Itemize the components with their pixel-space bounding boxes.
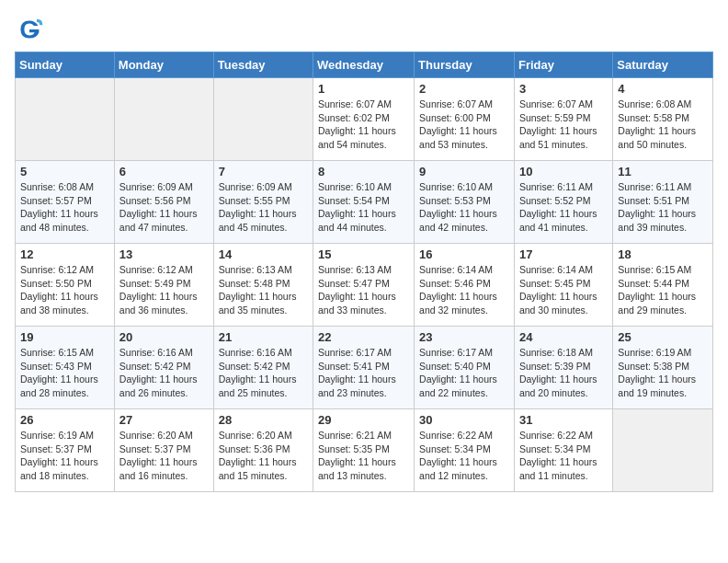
calendar-cell: 7Sunrise: 6:09 AM Sunset: 5:55 PM Daylig… [213, 161, 313, 244]
calendar-cell: 24Sunrise: 6:18 AM Sunset: 5:39 PM Dayli… [514, 327, 612, 409]
weekday-header: Monday [114, 52, 213, 78]
calendar-cell: 20Sunrise: 6:16 AM Sunset: 5:42 PM Dayli… [114, 327, 213, 409]
calendar-cell: 18Sunrise: 6:15 AM Sunset: 5:44 PM Dayli… [613, 244, 713, 327]
day-number: 14 [219, 247, 308, 261]
day-number: 18 [618, 247, 708, 261]
weekday-header: Sunday [16, 52, 115, 78]
calendar-cell [213, 78, 313, 161]
day-number: 4 [618, 82, 708, 96]
calendar-week-row: 26Sunrise: 6:19 AM Sunset: 5:37 PM Dayli… [16, 409, 713, 492]
day-info: Sunrise: 6:09 AM Sunset: 5:56 PM Dayligh… [119, 180, 209, 235]
day-number: 26 [20, 413, 109, 427]
day-info: Sunrise: 6:07 AM Sunset: 5:59 PM Dayligh… [519, 98, 608, 152]
calendar-header-row: SundayMondayTuesdayWednesdayThursdayFrid… [16, 52, 713, 78]
calendar-cell: 3Sunrise: 6:07 AM Sunset: 5:59 PM Daylig… [514, 78, 612, 161]
day-info: Sunrise: 6:08 AM Sunset: 5:57 PM Dayligh… [20, 180, 109, 235]
calendar-cell: 16Sunrise: 6:14 AM Sunset: 5:46 PM Dayli… [415, 244, 515, 327]
day-info: Sunrise: 6:10 AM Sunset: 5:54 PM Dayligh… [318, 180, 409, 235]
calendar-cell: 17Sunrise: 6:14 AM Sunset: 5:45 PM Dayli… [514, 244, 612, 327]
day-info: Sunrise: 6:13 AM Sunset: 5:47 PM Dayligh… [318, 263, 409, 317]
day-number: 27 [119, 413, 209, 427]
day-info: Sunrise: 6:07 AM Sunset: 6:02 PM Dayligh… [318, 98, 409, 152]
day-info: Sunrise: 6:10 AM Sunset: 5:53 PM Dayligh… [419, 180, 509, 235]
calendar-cell: 29Sunrise: 6:21 AM Sunset: 5:35 PM Dayli… [313, 409, 415, 492]
calendar-cell: 27Sunrise: 6:20 AM Sunset: 5:37 PM Dayli… [114, 409, 213, 492]
day-number: 17 [519, 247, 608, 261]
calendar-cell: 21Sunrise: 6:16 AM Sunset: 5:42 PM Dayli… [213, 327, 313, 409]
day-info: Sunrise: 6:22 AM Sunset: 5:34 PM Dayligh… [519, 429, 608, 483]
weekday-header: Tuesday [213, 52, 313, 78]
calendar-cell: 15Sunrise: 6:13 AM Sunset: 5:47 PM Dayli… [313, 244, 415, 327]
day-number: 7 [219, 165, 308, 178]
calendar-cell: 6Sunrise: 6:09 AM Sunset: 5:56 PM Daylig… [114, 161, 213, 244]
calendar-cell: 31Sunrise: 6:22 AM Sunset: 5:34 PM Dayli… [514, 409, 612, 492]
day-info: Sunrise: 6:17 AM Sunset: 5:40 PM Dayligh… [419, 346, 509, 400]
day-info: Sunrise: 6:08 AM Sunset: 5:58 PM Dayligh… [618, 98, 708, 152]
calendar-cell: 22Sunrise: 6:17 AM Sunset: 5:41 PM Dayli… [313, 327, 415, 409]
calendar-cell: 11Sunrise: 6:11 AM Sunset: 5:51 PM Dayli… [613, 161, 713, 244]
day-number: 31 [519, 413, 608, 427]
day-info: Sunrise: 6:19 AM Sunset: 5:37 PM Dayligh… [20, 429, 109, 483]
day-info: Sunrise: 6:07 AM Sunset: 6:00 PM Dayligh… [419, 98, 509, 152]
calendar-cell: 14Sunrise: 6:13 AM Sunset: 5:48 PM Dayli… [213, 244, 313, 327]
calendar-week-row: 12Sunrise: 6:12 AM Sunset: 5:50 PM Dayli… [16, 244, 713, 327]
day-number: 29 [318, 413, 409, 427]
day-info: Sunrise: 6:14 AM Sunset: 5:46 PM Dayligh… [419, 263, 509, 317]
page-header [15, 15, 713, 44]
day-number: 20 [119, 330, 209, 344]
day-info: Sunrise: 6:12 AM Sunset: 5:49 PM Dayligh… [119, 263, 209, 317]
calendar-cell: 4Sunrise: 6:08 AM Sunset: 5:58 PM Daylig… [613, 78, 713, 161]
day-info: Sunrise: 6:21 AM Sunset: 5:35 PM Dayligh… [318, 429, 409, 483]
day-info: Sunrise: 6:20 AM Sunset: 5:36 PM Dayligh… [219, 429, 308, 483]
day-info: Sunrise: 6:15 AM Sunset: 5:44 PM Dayligh… [618, 263, 708, 317]
logo [15, 15, 48, 44]
day-number: 23 [419, 330, 509, 344]
day-info: Sunrise: 6:12 AM Sunset: 5:50 PM Dayligh… [20, 263, 109, 317]
day-number: 5 [20, 165, 109, 178]
day-info: Sunrise: 6:20 AM Sunset: 5:37 PM Dayligh… [119, 429, 209, 483]
calendar-week-row: 19Sunrise: 6:15 AM Sunset: 5:43 PM Dayli… [16, 327, 713, 409]
day-number: 2 [419, 82, 509, 96]
day-info: Sunrise: 6:22 AM Sunset: 5:34 PM Dayligh… [419, 429, 509, 483]
day-number: 1 [318, 82, 409, 96]
day-number: 24 [519, 330, 608, 344]
day-number: 13 [119, 247, 209, 261]
calendar-week-row: 5Sunrise: 6:08 AM Sunset: 5:57 PM Daylig… [16, 161, 713, 244]
day-info: Sunrise: 6:11 AM Sunset: 5:51 PM Dayligh… [618, 180, 708, 235]
day-number: 25 [618, 330, 708, 344]
calendar-cell [613, 409, 713, 492]
day-number: 19 [20, 330, 109, 344]
day-number: 30 [419, 413, 509, 427]
calendar-cell: 30Sunrise: 6:22 AM Sunset: 5:34 PM Dayli… [415, 409, 515, 492]
day-number: 15 [318, 247, 409, 261]
day-info: Sunrise: 6:13 AM Sunset: 5:48 PM Dayligh… [219, 263, 308, 317]
day-number: 11 [618, 165, 708, 178]
day-info: Sunrise: 6:16 AM Sunset: 5:42 PM Dayligh… [219, 346, 308, 400]
day-number: 21 [219, 330, 308, 344]
calendar-cell [114, 78, 213, 161]
calendar-cell: 1Sunrise: 6:07 AM Sunset: 6:02 PM Daylig… [313, 78, 415, 161]
logo-icon [15, 15, 44, 44]
calendar-week-row: 1Sunrise: 6:07 AM Sunset: 6:02 PM Daylig… [16, 78, 713, 161]
day-number: 6 [119, 165, 209, 178]
calendar-cell: 28Sunrise: 6:20 AM Sunset: 5:36 PM Dayli… [213, 409, 313, 492]
calendar-cell: 25Sunrise: 6:19 AM Sunset: 5:38 PM Dayli… [613, 327, 713, 409]
calendar-cell: 19Sunrise: 6:15 AM Sunset: 5:43 PM Dayli… [16, 327, 115, 409]
weekday-header: Saturday [613, 52, 713, 78]
day-info: Sunrise: 6:18 AM Sunset: 5:39 PM Dayligh… [519, 346, 608, 400]
weekday-header: Wednesday [313, 52, 415, 78]
day-number: 10 [519, 165, 608, 178]
day-number: 28 [219, 413, 308, 427]
weekday-header: Thursday [415, 52, 515, 78]
calendar-cell: 2Sunrise: 6:07 AM Sunset: 6:00 PM Daylig… [415, 78, 515, 161]
weekday-header: Friday [514, 52, 612, 78]
day-info: Sunrise: 6:09 AM Sunset: 5:55 PM Dayligh… [219, 180, 308, 235]
calendar-cell: 5Sunrise: 6:08 AM Sunset: 5:57 PM Daylig… [16, 161, 115, 244]
day-number: 8 [318, 165, 409, 178]
day-info: Sunrise: 6:19 AM Sunset: 5:38 PM Dayligh… [618, 346, 708, 400]
calendar-cell: 12Sunrise: 6:12 AM Sunset: 5:50 PM Dayli… [16, 244, 115, 327]
day-number: 22 [318, 330, 409, 344]
day-info: Sunrise: 6:16 AM Sunset: 5:42 PM Dayligh… [119, 346, 209, 400]
calendar-cell [16, 78, 115, 161]
day-info: Sunrise: 6:11 AM Sunset: 5:52 PM Dayligh… [519, 180, 608, 235]
